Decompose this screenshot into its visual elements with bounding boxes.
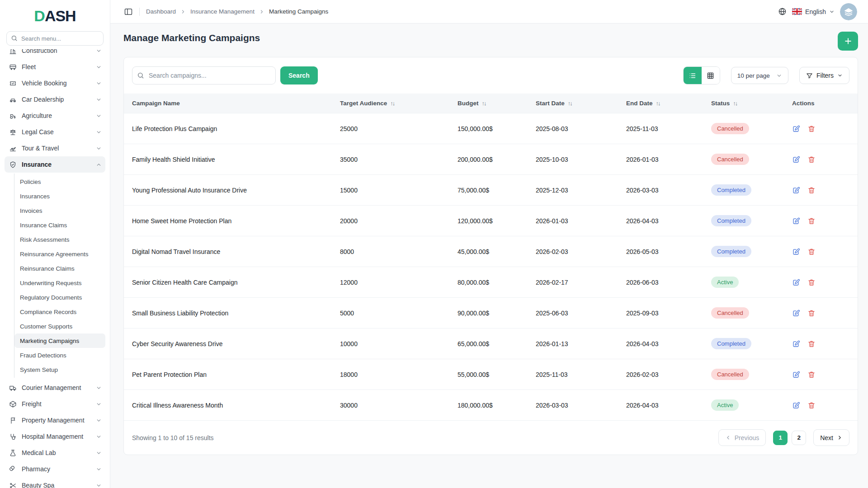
add-campaign-button[interactable] bbox=[838, 32, 858, 51]
sort-icon[interactable]: ↑↓ bbox=[733, 100, 737, 107]
delete-button[interactable] bbox=[807, 186, 816, 194]
sidebar-item-insurance[interactable]: Insurance bbox=[5, 156, 105, 173]
delete-button[interactable] bbox=[807, 125, 816, 133]
delete-button[interactable] bbox=[807, 309, 816, 317]
next-page-button[interactable]: Next bbox=[813, 429, 849, 446]
globe-icon[interactable] bbox=[778, 7, 787, 16]
page-button-1[interactable]: 1 bbox=[773, 431, 788, 445]
delete-button[interactable] bbox=[807, 248, 816, 256]
sidebar-item-construction[interactable]: Construction bbox=[5, 49, 105, 59]
edit-button[interactable] bbox=[792, 155, 800, 164]
previous-page-button[interactable]: Previous bbox=[718, 429, 766, 446]
sort-icon[interactable]: ↑↓ bbox=[568, 100, 572, 107]
cell-target-audience: 35000 bbox=[332, 144, 449, 175]
sidebar-item-medical-lab[interactable]: Medical Lab bbox=[5, 445, 105, 461]
edit-button[interactable] bbox=[792, 217, 800, 225]
sidebar-item-legal-case[interactable]: Legal Case bbox=[5, 124, 105, 140]
sidebar-subitem-underwriting-requests[interactable]: Underwriting Requests bbox=[14, 276, 105, 290]
edit-icon bbox=[792, 371, 800, 379]
cell-end-date: 2026-04-03 bbox=[618, 206, 703, 236]
edit-button[interactable] bbox=[792, 371, 800, 379]
cell-target-audience: 18000 bbox=[332, 359, 449, 390]
edit-button[interactable] bbox=[792, 401, 800, 409]
sidebar-search-input[interactable] bbox=[6, 31, 104, 46]
sidebar-subitem-customer-supports[interactable]: Customer Supports bbox=[14, 319, 105, 333]
avatar[interactable] bbox=[840, 3, 857, 20]
sort-icon[interactable]: ↑↓ bbox=[482, 100, 486, 107]
sidebar-subitem-marketing-campaigns[interactable]: Marketing Campaigns bbox=[14, 333, 105, 348]
sidebar-item-freight[interactable]: Freight bbox=[5, 396, 105, 412]
edit-button[interactable] bbox=[792, 278, 800, 286]
filters-label: Filters bbox=[816, 72, 834, 79]
cell-end-date: 2026-06-03 bbox=[618, 267, 703, 298]
sort-icon[interactable]: ↑↓ bbox=[390, 100, 394, 107]
grid-view-button[interactable] bbox=[702, 67, 720, 84]
sidebar-subitem-insurances[interactable]: Insurances bbox=[14, 189, 105, 203]
avatar-image bbox=[840, 3, 857, 20]
sidebar-item-car-dealership[interactable]: Car Dealership bbox=[5, 91, 105, 108]
sidebar-item-beauty-spa[interactable]: Beauty Spa bbox=[5, 477, 105, 488]
uk-flag-icon bbox=[792, 8, 802, 15]
sidebar-subitem-fraud-detections[interactable]: Fraud Detections bbox=[14, 348, 105, 362]
sidebar-subitem-invoices[interactable]: Invoices bbox=[14, 203, 105, 218]
view-toggle bbox=[683, 66, 720, 84]
sidebar-subitem-risk-assessments[interactable]: Risk Assessments bbox=[14, 232, 105, 247]
sidebar-item-fleet[interactable]: Fleet bbox=[5, 59, 105, 75]
page-button-2[interactable]: 2 bbox=[792, 431, 806, 445]
courier-icon bbox=[9, 384, 17, 392]
sidebar-subitem-label: Customer Supports bbox=[20, 323, 72, 330]
chevron-down-icon bbox=[96, 418, 102, 423]
trash-icon bbox=[807, 401, 816, 409]
list-view-button[interactable] bbox=[684, 67, 702, 84]
delete-button[interactable] bbox=[807, 371, 816, 379]
cell-end-date: 2025-11-03 bbox=[618, 113, 703, 144]
topbar: DashboardInsurance ManagementMarketing C… bbox=[110, 0, 868, 23]
sidebar-item-agriculture[interactable]: Agriculture bbox=[5, 108, 105, 124]
chevron-down-icon bbox=[96, 113, 102, 119]
sidebar-subitem-system-setup[interactable]: System Setup bbox=[14, 362, 105, 377]
edit-button[interactable] bbox=[792, 125, 800, 133]
status-badge: Completed bbox=[711, 338, 751, 349]
insurance-submenu: PoliciesInsurancesInvoicesInsurance Clai… bbox=[14, 174, 105, 378]
sidebar-item-property-management[interactable]: Property Management bbox=[5, 412, 105, 428]
sidebar-subitem-label: Risk Assessments bbox=[20, 236, 70, 243]
sidebar-item-label: Property Management bbox=[22, 417, 85, 424]
delete-button[interactable] bbox=[807, 217, 816, 225]
per-page-select[interactable]: 10 per page bbox=[731, 67, 788, 84]
edit-icon bbox=[792, 309, 800, 317]
language-selector[interactable]: English bbox=[792, 8, 835, 15]
status-badge: Cancelled bbox=[711, 307, 749, 319]
sidebar-item-hospital-management[interactable]: Hospital Management bbox=[5, 428, 105, 445]
breadcrumb-item[interactable]: Dashboard bbox=[146, 8, 176, 15]
sidebar-item-tour-travel[interactable]: Tour & Travel bbox=[5, 140, 105, 156]
edit-button[interactable] bbox=[792, 340, 800, 348]
sidebar-item-courier-management[interactable]: Courier Management bbox=[5, 380, 105, 396]
sidebar-subitem-insurance-claims[interactable]: Insurance Claims bbox=[14, 218, 105, 232]
cell-end-date: 2026-04-03 bbox=[618, 328, 703, 359]
sort-icon[interactable]: ↑↓ bbox=[656, 100, 660, 107]
breadcrumb-item[interactable]: Insurance Management bbox=[190, 8, 255, 15]
sidebar-item-pharmacy[interactable]: Pharmacy bbox=[5, 461, 105, 477]
search-button[interactable]: Search bbox=[280, 66, 318, 84]
cell-campaign-name: Pet Parent Protection Plan bbox=[124, 359, 332, 390]
column-header-status: Status↑↓ bbox=[703, 94, 784, 113]
sidebar-subitem-reinsurance-claims[interactable]: Reinsurance Claims bbox=[14, 261, 105, 276]
filters-button[interactable]: Filters bbox=[799, 67, 849, 84]
sidebar-item-vehicle-booking[interactable]: Vehicle Booking bbox=[5, 75, 105, 91]
delete-button[interactable] bbox=[807, 278, 816, 286]
breadcrumb-item: Marketing Campaigns bbox=[269, 8, 328, 15]
sidebar-subitem-reinsurance-agreements[interactable]: Reinsurance Agreements bbox=[14, 247, 105, 261]
sidebar-subitem-label: Insurances bbox=[20, 193, 50, 200]
sidebar-subitem-policies[interactable]: Policies bbox=[14, 174, 105, 189]
delete-button[interactable] bbox=[807, 340, 816, 348]
column-label: Budget bbox=[458, 100, 479, 107]
sidebar-subitem-regulatory-documents[interactable]: Regulatory Documents bbox=[14, 290, 105, 305]
sidebar-subitem-compliance-records[interactable]: Compliance Records bbox=[14, 305, 105, 319]
edit-button[interactable] bbox=[792, 186, 800, 194]
edit-button[interactable] bbox=[792, 309, 800, 317]
edit-button[interactable] bbox=[792, 248, 800, 256]
delete-button[interactable] bbox=[807, 155, 816, 164]
campaign-search-input[interactable] bbox=[132, 66, 276, 84]
delete-button[interactable] bbox=[807, 401, 816, 409]
sidebar-toggle-icon[interactable] bbox=[124, 7, 133, 16]
